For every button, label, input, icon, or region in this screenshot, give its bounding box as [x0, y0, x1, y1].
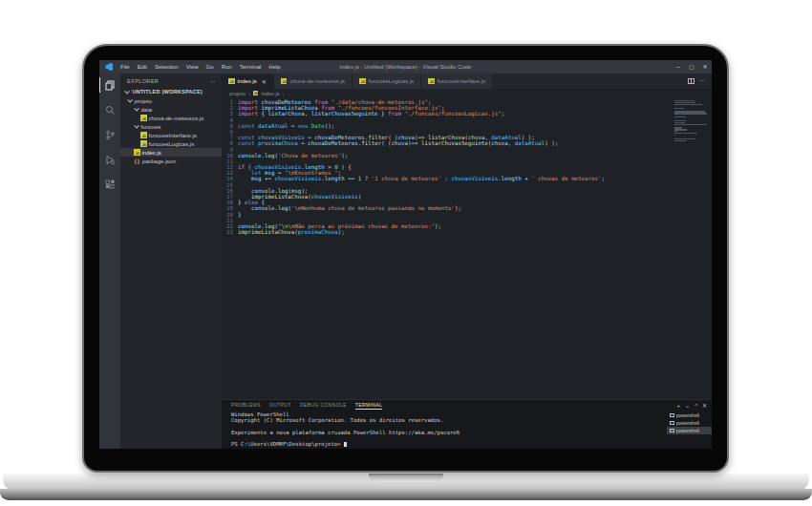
code-editor[interactable]: 1import chuvaDeMeteoros from "./data/chu… [222, 97, 712, 399]
tab-funcoesLogicas.js[interactable]: JSfuncoesLogicas.js [353, 74, 421, 89]
editor-column: JSindex.js✕JSchuva-de-meteoros.jsJSfunco… [222, 74, 712, 449]
menu-item-terminal[interactable]: Terminal [236, 64, 266, 70]
panel-actions: + ⌄ ^ ✕ [677, 402, 707, 409]
menu-item-run[interactable]: Run [218, 64, 236, 70]
explorer-title: EXPLORER [127, 78, 159, 84]
tree-item-label: funcoesLogicas.js [149, 141, 195, 147]
tree-item-index.js[interactable]: JSindex.js [120, 148, 222, 157]
activity-bar [99, 74, 120, 449]
menu-item-file[interactable]: File [117, 64, 134, 70]
tree-item-label: projeto [135, 98, 152, 104]
chevron-down-icon [124, 89, 129, 94]
tab-index.js[interactable]: JSindex.js✕ [222, 74, 274, 89]
run-debug-icon[interactable] [99, 152, 120, 167]
tree-item-funcoesInterface.js[interactable]: JSfuncoesInterface.js [120, 131, 222, 139]
tree-item-funcoes[interactable]: funcoes [120, 122, 222, 131]
maximize-panel-icon[interactable]: ^ [694, 403, 697, 409]
terminal-output[interactable]: Windows PowerShellCopyright (C) Microsof… [222, 411, 667, 449]
editor-actions: ⋯ [688, 74, 713, 89]
explorer-more-actions-icon[interactable]: ⋯ [210, 77, 216, 84]
tab-funcoesInterface.js[interactable]: JSfuncoesInterface.js [421, 74, 493, 89]
panel-tab-terminal[interactable]: TERMINAL [355, 401, 382, 410]
tree-item-label: funcoes [141, 124, 161, 130]
js-file-icon: JS [359, 78, 366, 85]
file-tree: projetodataJSchuva-de-meteoros.jsfuncoes… [120, 96, 222, 165]
menu-item-view[interactable]: View [182, 64, 203, 70]
terminal-cursor [344, 442, 347, 448]
minimap[interactable] [674, 100, 709, 141]
code-text: const proximaChuva = chuvaDeMeteoros.fil… [238, 140, 558, 146]
terminal-session-2[interactable]: ›powershell [667, 419, 712, 427]
code-text: imprimeListaChuva(proximaChuva); [238, 229, 345, 235]
code-line: 23imprimeListaChuva(proximaChuva); [222, 229, 712, 235]
explorer-header: EXPLORER ⋯ [120, 74, 222, 87]
minimize-button[interactable]: ─ [672, 60, 685, 74]
close-tab-icon[interactable]: ✕ [262, 78, 267, 85]
session-label: powershell [676, 428, 699, 433]
tree-item-projeto[interactable]: projeto [120, 96, 222, 105]
close-panel-icon[interactable]: ✕ [702, 402, 707, 409]
tab-label: funcoesInterface.js [438, 78, 485, 84]
source-control-icon[interactable] [99, 127, 120, 142]
screenshot-stage: FileEditSelectionViewGoRunTerminalHelp i… [0, 0, 812, 506]
js-file-icon: JS [140, 132, 147, 138]
session-label: powershell [676, 420, 699, 426]
split-editor-icon[interactable] [688, 78, 694, 84]
panel-tab-debug-console[interactable]: DEBUG CONSOLE [300, 401, 347, 410]
search-icon[interactable] [99, 102, 120, 117]
js-file-icon: JS [140, 140, 147, 147]
js-file-icon: JS [428, 78, 435, 85]
maximize-button[interactable]: ▢ [685, 60, 698, 74]
new-terminal-icon[interactable]: + [677, 403, 681, 409]
tree-item-label: data [141, 107, 153, 113]
close-button[interactable]: ✕ [698, 60, 712, 74]
code-text: import { listarChuva, listarChuvasSeguin… [238, 111, 504, 116]
vscode-logo-icon [105, 63, 113, 71]
minimap-line [674, 133, 697, 134]
tree-item-data[interactable]: data [120, 105, 222, 114]
code-text: const dataAtual = new Date(); [238, 123, 334, 129]
code-text: msg += chuvasVisiveis.length == 1 ? '1 c… [238, 176, 605, 181]
tree-item-package.json[interactable]: {}package.json [120, 157, 222, 165]
code-text: console.log('\nNenhuma chuva de meteoros… [238, 205, 461, 211]
breadcrumb-file[interactable]: index.js [261, 91, 279, 96]
js-file-icon: JS [134, 149, 140, 156]
tree-item-funcoesLogicas.js[interactable]: JSfuncoesLogicas.js [120, 139, 222, 148]
tab-bar: JSindex.js✕JSchuva-de-meteoros.jsJSfunco… [222, 74, 712, 89]
menu-item-selection[interactable]: Selection [151, 64, 182, 70]
menu-item-edit[interactable]: Edit [134, 64, 151, 70]
tab-chuva-de-meteoros.js[interactable]: JSchuva-de-meteoros.js [274, 74, 353, 89]
breadcrumb[interactable]: projeto › JS index.js › … [222, 89, 712, 97]
panel-header: PROBLEMSOUTPUTDEBUG CONSOLETERMINAL + ⌄ … [222, 400, 712, 411]
terminal-icon: › [670, 413, 674, 418]
extensions-icon[interactable] [99, 177, 120, 192]
line-number: 23 [222, 229, 238, 235]
session-label: powershell [676, 412, 699, 418]
terminal-dropdown-icon[interactable]: ⌄ [685, 402, 690, 409]
terminal-session-1[interactable]: ›powershell [667, 411, 712, 419]
menu-item-help[interactable]: Help [265, 64, 284, 70]
tree-item-label: funcoesInterface.js [149, 133, 197, 138]
tree-item-label: index.js [142, 150, 161, 156]
terminal-session-3[interactable]: ›powershell [667, 427, 712, 434]
editor-more-actions-icon[interactable]: ⋯ [699, 77, 707, 85]
menu-item-go[interactable]: Go [203, 64, 218, 70]
breadcrumb-folder[interactable]: projeto [229, 91, 246, 96]
js-file-icon: JS [281, 78, 288, 85]
tree-item-chuva-de-meteoros.js[interactable]: JSchuva-de-meteoros.js [120, 114, 222, 122]
menu-bar: FileEditSelectionViewGoRunTerminalHelp [117, 64, 285, 70]
explorer-icon[interactable] [99, 77, 120, 93]
workspace-row[interactable]: UNTITLED (WORKSPACE) [120, 87, 222, 96]
js-file-icon: JS [228, 78, 235, 85]
breadcrumb-symbol[interactable]: … [287, 91, 292, 96]
vscode-window: FileEditSelectionViewGoRunTerminalHelp i… [99, 60, 712, 449]
panel-tab-problems[interactable]: PROBLEMS [231, 401, 261, 410]
breadcrumb-separator: › [282, 91, 284, 96]
chevron-down-icon [134, 124, 139, 129]
json-file-icon: {} [134, 158, 140, 164]
tree-item-label: chuva-de-meteoros.js [149, 116, 204, 121]
js-file-icon: JS [253, 91, 259, 96]
panel-tab-output[interactable]: OUTPUT [269, 401, 291, 410]
laptop-lid-notch [369, 474, 443, 482]
explorer-sidebar: EXPLORER ⋯ UNTITLED (WORKSPACE) projetod… [120, 74, 222, 449]
